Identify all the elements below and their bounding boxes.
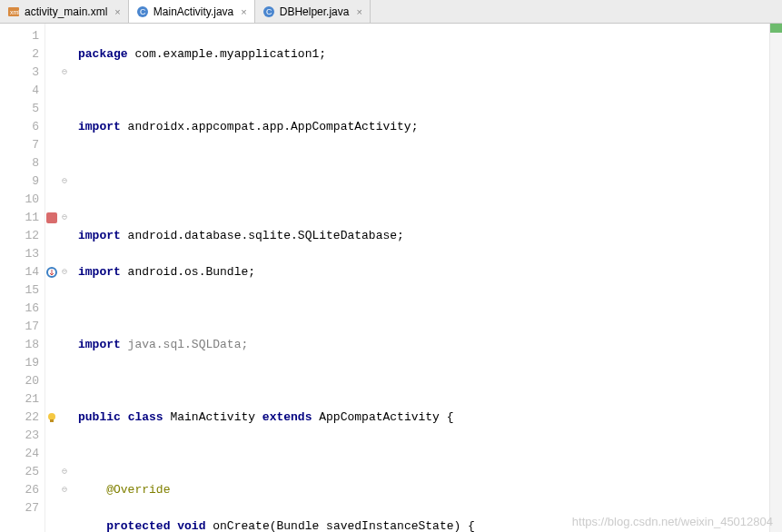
tab-activity-main-xml[interactable]: xml activity_main.xml × bbox=[0, 0, 129, 23]
watermark-text: https://blog.csdn.net/weixin_45012804 bbox=[572, 515, 773, 528]
tab-label: activity_main.xml bbox=[25, 5, 107, 18]
svg-rect-6 bbox=[46, 212, 57, 223]
scrollbar-marker bbox=[770, 24, 782, 33]
marker-gutter bbox=[45, 24, 58, 532]
tab-label: MainActivity.java bbox=[153, 5, 233, 18]
tab-dbhelper-java[interactable]: C DBHelper.java × bbox=[255, 0, 371, 23]
svg-text:C: C bbox=[140, 7, 146, 16]
code-area[interactable]: package com.example.myapplication1; impo… bbox=[71, 24, 782, 532]
class-file-icon: C bbox=[262, 5, 275, 18]
tab-main-activity-java[interactable]: C MainActivity.java × bbox=[129, 0, 255, 23]
lightbulb-icon[interactable] bbox=[45, 409, 58, 427]
class-marker-icon bbox=[45, 209, 58, 227]
line-number-gutter: 12345 678910 1112131415 1617181920 21222… bbox=[0, 24, 45, 532]
close-icon[interactable]: × bbox=[241, 6, 246, 17]
editor-tabs: xml activity_main.xml × C MainActivity.j… bbox=[0, 0, 782, 24]
svg-point-8 bbox=[48, 413, 55, 420]
svg-rect-9 bbox=[50, 419, 54, 422]
fold-gutter: ⊖ ⊖ ⊖⊖ ⊖ ⊖ bbox=[58, 24, 71, 532]
tab-label: DBHelper.java bbox=[280, 5, 350, 18]
override-marker-icon[interactable] bbox=[45, 263, 58, 281]
vertical-scrollbar[interactable] bbox=[769, 24, 782, 532]
close-icon[interactable]: × bbox=[114, 6, 120, 17]
close-icon[interactable]: × bbox=[356, 6, 361, 17]
svg-text:C: C bbox=[266, 7, 272, 16]
class-file-icon: C bbox=[136, 5, 149, 18]
svg-text:xml: xml bbox=[10, 9, 20, 15]
code-editor[interactable]: 12345 678910 1112131415 1617181920 21222… bbox=[0, 24, 782, 532]
xml-file-icon: xml bbox=[7, 5, 20, 18]
